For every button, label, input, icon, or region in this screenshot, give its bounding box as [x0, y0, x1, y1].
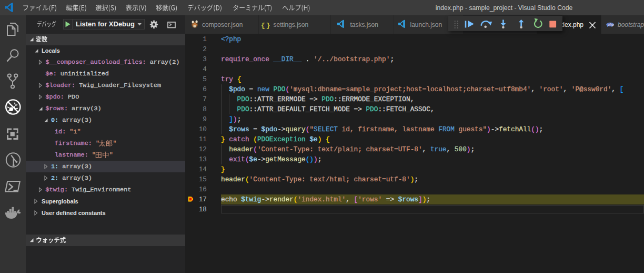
svg-text:php: php	[607, 23, 614, 27]
svg-text:{}: {}	[261, 22, 271, 30]
